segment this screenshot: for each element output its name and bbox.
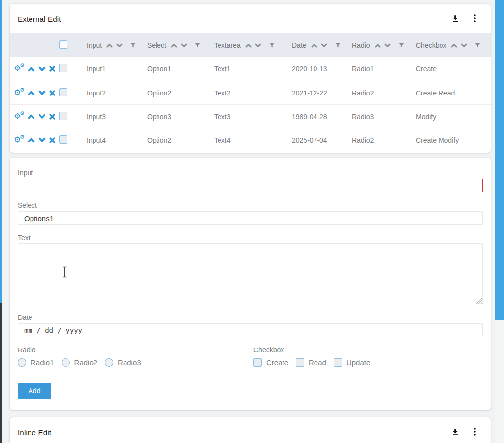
input-field[interactable] xyxy=(18,179,483,192)
delete-icon[interactable] xyxy=(49,90,55,96)
kebab-menu-icon xyxy=(474,428,476,437)
add-button[interactable]: Add xyxy=(18,383,51,399)
radio-option-label: Radio2 xyxy=(74,358,98,367)
settings-icon[interactable]: ⚙⚙ xyxy=(14,135,24,145)
cell-radio: Radio3 xyxy=(348,113,412,121)
delete-icon[interactable] xyxy=(49,66,55,72)
text-cursor-icon xyxy=(62,266,67,280)
move-down-icon[interactable] xyxy=(38,90,46,95)
date-field[interactable]: mm / dd / yyyy xyxy=(18,323,483,337)
row-actions: ⚙⚙ xyxy=(10,112,55,122)
sort-desc-icon[interactable] xyxy=(180,43,188,48)
column-header-select: Select xyxy=(144,41,211,49)
filter-icon[interactable] xyxy=(474,42,481,48)
move-down-icon[interactable] xyxy=(38,66,46,72)
move-up-icon[interactable] xyxy=(28,66,35,72)
move-up-icon[interactable] xyxy=(28,114,35,119)
radio-icon[interactable] xyxy=(105,358,113,367)
row-checkbox-cell xyxy=(55,112,83,122)
delete-icon[interactable] xyxy=(49,137,55,143)
checkbox-icon[interactable] xyxy=(296,358,304,367)
checkbox-option[interactable]: Update xyxy=(334,358,370,367)
external-edit-titlebar: External Edit xyxy=(10,4,491,33)
cell-checkbox: Modify xyxy=(412,113,491,121)
card-inline-edit: Inline Edit xyxy=(10,417,491,443)
row-checkbox[interactable] xyxy=(59,88,67,96)
checkbox-icon[interactable] xyxy=(253,358,262,367)
download-icon xyxy=(451,14,459,24)
sort-asc-icon[interactable] xyxy=(170,43,178,48)
move-up-icon[interactable] xyxy=(28,90,35,95)
column-header-textarea: Textarea xyxy=(211,41,288,49)
row-actions: ⚙⚙ xyxy=(10,64,55,74)
filter-icon[interactable] xyxy=(269,42,275,48)
cell-textarea: Text4 xyxy=(211,136,288,144)
cell-date: 2020-10-13 xyxy=(288,65,348,73)
download-button[interactable] xyxy=(450,13,460,25)
sort-desc-icon[interactable] xyxy=(254,43,262,48)
row-actions: ⚙⚙ xyxy=(10,88,55,98)
sort-asc-icon[interactable] xyxy=(374,43,381,48)
row-checkbox[interactable] xyxy=(59,135,67,144)
cell-input: Input4 xyxy=(83,136,144,144)
text-field[interactable] xyxy=(18,243,483,305)
data-table: Input Select Textarea Date xyxy=(10,33,491,152)
filter-icon[interactable] xyxy=(335,42,341,48)
more-menu-button[interactable] xyxy=(473,13,477,25)
radio-group-label: Radio xyxy=(18,346,253,354)
radio-option[interactable]: Radio3 xyxy=(105,358,141,367)
move-down-icon[interactable] xyxy=(38,114,46,119)
radio-icon[interactable] xyxy=(62,358,70,367)
cell-checkbox: Create xyxy=(412,65,491,73)
row-checkbox[interactable] xyxy=(59,112,67,120)
select-all-checkbox[interactable] xyxy=(59,40,67,49)
cell-select: Option2 xyxy=(144,136,211,144)
right-scrollbar-thumb[interactable] xyxy=(495,0,504,320)
checkbox-icon[interactable] xyxy=(334,358,342,367)
radio-option[interactable]: Radio2 xyxy=(62,358,98,367)
sort-asc-icon[interactable] xyxy=(450,43,458,48)
radio-icon[interactable] xyxy=(18,358,26,367)
filter-icon[interactable] xyxy=(194,42,201,48)
text-label: Text xyxy=(18,233,483,242)
checkbox-option-label: Create xyxy=(266,358,288,367)
table-body: ⚙⚙ Input1 Option1 Text1 2020-10-13 Radio… xyxy=(10,57,491,152)
card-external-edit: External Edit Input xyxy=(10,4,491,153)
checkbox-group-label: Checkbox xyxy=(253,346,483,354)
column-label: Date xyxy=(292,41,307,49)
column-header-checkbox: Checkbox xyxy=(412,41,491,49)
settings-icon[interactable]: ⚙⚙ xyxy=(14,88,24,98)
column-header-input: Input xyxy=(83,41,144,49)
settings-icon[interactable]: ⚙⚙ xyxy=(14,112,24,122)
textarea-wrap xyxy=(18,243,483,305)
row-checkbox[interactable] xyxy=(59,64,67,72)
sort-asc-icon[interactable] xyxy=(311,43,318,48)
filter-icon[interactable] xyxy=(130,42,136,48)
move-up-icon[interactable] xyxy=(28,137,35,143)
table-row: ⚙⚙ Input3 Option3 Text3 1989-04-28 Radio… xyxy=(10,104,491,128)
header-checkbox-cell xyxy=(55,40,83,50)
row-checkbox-cell xyxy=(55,64,83,74)
more-menu-button[interactable] xyxy=(473,427,477,438)
settings-icon[interactable]: ⚙⚙ xyxy=(14,64,24,74)
move-down-icon[interactable] xyxy=(38,137,46,143)
inline-edit-titlebar: Inline Edit xyxy=(10,417,491,443)
titlebar-actions xyxy=(450,427,477,438)
checkbox-option[interactable]: Read xyxy=(296,358,326,367)
sort-asc-icon[interactable] xyxy=(106,43,113,48)
download-button[interactable] xyxy=(450,427,460,438)
table-row: ⚙⚙ Input4 Option2 Text4 2025-07-04 Radio… xyxy=(10,128,491,152)
checkbox-option[interactable]: Create xyxy=(253,358,288,367)
sort-desc-icon[interactable] xyxy=(320,43,328,48)
radio-option[interactable]: Radio1 xyxy=(18,358,54,367)
delete-icon[interactable] xyxy=(49,114,55,120)
filter-icon[interactable] xyxy=(398,42,405,48)
sort-asc-icon[interactable] xyxy=(245,43,252,48)
sort-desc-icon[interactable] xyxy=(384,43,391,48)
sort-desc-icon[interactable] xyxy=(460,43,468,48)
sort-desc-icon[interactable] xyxy=(116,43,123,48)
checkbox-group: Checkbox Create Read Update xyxy=(253,346,483,367)
cell-select: Option2 xyxy=(144,89,211,97)
row-checkbox-cell xyxy=(55,135,83,145)
select-field[interactable]: Options1 xyxy=(18,211,483,225)
